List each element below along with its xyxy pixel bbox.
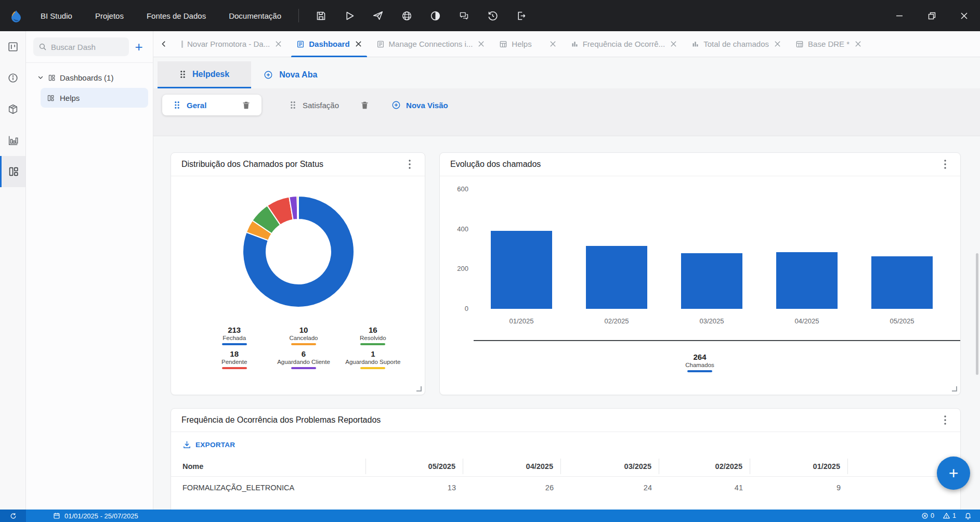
y-tick-400: 400 (449, 225, 468, 233)
close-tab-icon[interactable] (670, 41, 677, 47)
send-icon[interactable] (372, 9, 384, 22)
bell-icon (964, 512, 972, 519)
card-header: Evolução dos chamados (440, 153, 960, 176)
bar-04/2025[interactable] (776, 252, 838, 309)
logout-icon[interactable] (515, 9, 527, 22)
card-menu-icon[interactable] (404, 159, 415, 170)
sync-status-button[interactable] (0, 510, 26, 522)
warning-triangle-icon (943, 512, 950, 519)
resize-handle[interactable] (416, 386, 422, 392)
tab-label: Novar Promotora - Da... (187, 40, 270, 48)
menu-fontes-de-dados[interactable]: Fontes de Dados (147, 11, 206, 20)
resize-handle[interactable] (952, 386, 957, 392)
tree-item-helps[interactable]: Helps (41, 88, 148, 108)
rail-info-icon[interactable] (0, 62, 25, 94)
notifications-button[interactable] (964, 512, 972, 519)
export-button[interactable]: EXPORTAR (171, 432, 960, 455)
bar-05/2025[interactable] (871, 256, 933, 309)
view-geral[interactable]: Geral (162, 95, 262, 115)
circle-x-icon (921, 512, 929, 519)
bar-01/2025[interactable] (491, 231, 552, 309)
legend-item-Resolvido[interactable]: 16Resolvido (338, 325, 408, 345)
error-indicator[interactable]: 0 (921, 512, 934, 519)
card-frequencia-problemas: Frequência de Ocorrência dos Problemas R… (171, 408, 961, 510)
donut-slice-Aguardando Suporte[interactable] (297, 196, 298, 219)
close-tab-icon[interactable] (478, 41, 485, 47)
rail-dashboards-icon[interactable] (0, 156, 25, 187)
drag-handle-icon (174, 101, 180, 109)
search-input[interactable] (51, 43, 108, 51)
card-menu-icon[interactable] (939, 414, 951, 426)
rail-package-icon[interactable] (0, 94, 25, 125)
history-icon[interactable] (486, 9, 499, 22)
run-icon[interactable] (343, 9, 356, 22)
add-dashboard-button[interactable]: + (129, 37, 149, 56)
save-icon[interactable] (315, 9, 327, 22)
search-pill[interactable] (33, 37, 129, 56)
new-view-button[interactable]: Nova Visão (382, 95, 458, 115)
tab-manage-connections[interactable]: Manage Connections i... (369, 31, 492, 57)
close-button[interactable] (948, 0, 980, 31)
column-header-04/2025[interactable]: 04/2025 (463, 459, 561, 474)
tab-total-de-chamados[interactable]: Total de chamados (684, 31, 788, 57)
chat-icon[interactable] (458, 9, 470, 22)
dashboards-sidebar: + Dashboards (1) Helps (26, 31, 153, 510)
bar-03/2025[interactable] (681, 253, 742, 309)
delete-view-icon[interactable] (242, 101, 250, 110)
column-header-02/2025[interactable]: 02/2025 (659, 459, 750, 474)
close-tab-icon[interactable] (355, 41, 362, 47)
legend-value: 213 (200, 325, 269, 334)
vertical-scrollbar[interactable] (976, 253, 978, 375)
floating-add-button[interactable]: + (937, 456, 970, 490)
menu-projetos[interactable]: Projetos (95, 11, 124, 20)
card-menu-icon[interactable] (939, 159, 951, 170)
close-tab-icon[interactable] (275, 41, 282, 47)
dashboards-tree: Dashboards (1) Helps (26, 63, 153, 108)
menu-documentacao[interactable]: Documentação (229, 11, 281, 20)
tab-helps[interactable]: Helps (492, 31, 563, 57)
delete-view-icon[interactable] (361, 101, 369, 110)
bar-chart-icon (691, 40, 699, 48)
table-icon (499, 40, 507, 48)
minimize-button[interactable] (883, 0, 916, 31)
legend-item-Fechada[interactable]: 213Fechada (200, 325, 269, 345)
table-row[interactable]: FORMALIZAÇÃO_ELETRONICA132624419 (171, 476, 960, 498)
column-header-05/2025[interactable]: 05/2025 (366, 459, 463, 474)
rail-charts-icon[interactable] (0, 125, 25, 156)
tree-node-dashboards[interactable]: Dashboards (1) (26, 69, 151, 86)
column-header-03/2025[interactable]: 03/2025 (561, 459, 659, 474)
tab-novar-promotora[interactable]: Novar Promotora - Da... (174, 31, 289, 57)
x-tick-01/2025: 01/2025 (491, 317, 552, 325)
tab-base-dre[interactable]: Base DRE * (788, 31, 869, 57)
tab-frequencia-ocorrencia[interactable]: Frequência de Ocorrê... (564, 31, 684, 57)
legend-item-Cancelado[interactable]: 10Cancelado (269, 325, 338, 345)
tab-dashboard[interactable]: Dashboard (289, 31, 369, 57)
close-tab-icon[interactable] (855, 41, 861, 47)
restore-button[interactable] (916, 0, 948, 31)
legend-value: 18 (200, 349, 269, 358)
tree-item-label: Helps (60, 94, 80, 102)
clipped-icon-fragment (181, 41, 183, 48)
new-dashboard-tab-button[interactable]: Nova Aba (251, 61, 330, 88)
menu-bi-studio[interactable]: BI Studio (41, 11, 72, 20)
drag-handle-icon (290, 101, 296, 109)
dashboard-tab-helpdesk[interactable]: Helpdesk (158, 61, 251, 88)
column-header-01/2025[interactable]: 01/2025 (750, 459, 848, 474)
legend-item-Pendente[interactable]: 18Pendente (200, 349, 269, 369)
close-tab-icon[interactable] (550, 41, 556, 47)
date-range-filter[interactable]: 01/01/2025 - 25/07/2025 (53, 512, 138, 520)
contrast-icon[interactable] (429, 9, 441, 22)
warning-indicator[interactable]: 1 (943, 512, 956, 519)
legend-item-Aguardando Cliente[interactable]: 6Aguardando Cliente (269, 349, 338, 369)
view-satisfacao[interactable]: Satisfação (279, 95, 379, 115)
globe-icon[interactable] (400, 9, 413, 22)
bar-02/2025[interactable] (586, 246, 647, 309)
topbar-divider (298, 9, 299, 22)
column-header-Nome[interactable]: Nome (171, 459, 366, 474)
close-tab-icon[interactable] (774, 41, 781, 47)
tabs-scroll-left-button[interactable] (153, 31, 174, 57)
legend-item-Aguardando Suporte[interactable]: 1Aguardando Suporte (338, 349, 408, 369)
topbar-menu: BI Studio Projetos Fontes de Dados Docum… (41, 11, 281, 20)
legend-color-bar (222, 367, 247, 369)
rail-projects-icon[interactable] (0, 31, 25, 62)
